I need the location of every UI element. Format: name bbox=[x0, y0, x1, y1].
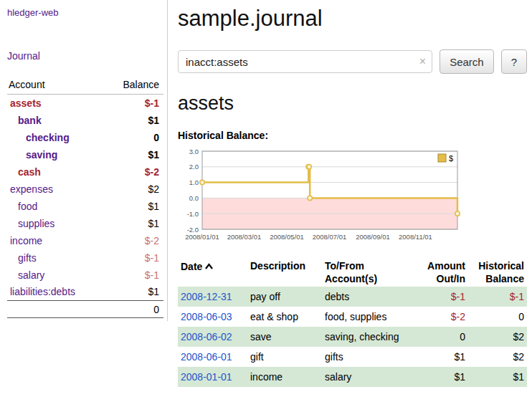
svg-text:0.0: 0.0 bbox=[189, 194, 199, 202]
account-link-bank[interactable]: bank bbox=[18, 115, 42, 126]
transaction-description: income bbox=[247, 367, 322, 387]
account-link-supplies[interactable]: supplies bbox=[18, 218, 54, 229]
transaction-amount: $1 bbox=[418, 367, 468, 387]
transaction-balance: $-1 bbox=[468, 287, 527, 307]
account-row: expenses $2 bbox=[7, 181, 163, 198]
transaction-balance: 0 bbox=[468, 307, 527, 327]
account-link-gifts[interactable]: gifts bbox=[18, 252, 37, 264]
account-link-food[interactable]: food bbox=[18, 201, 37, 212]
account-row: income $-2 bbox=[7, 232, 163, 249]
account-balance: $-2 bbox=[105, 163, 163, 181]
transaction-amount: $-2 bbox=[418, 307, 468, 327]
transaction-date-link[interactable]: 2008-06-03 bbox=[181, 311, 232, 322]
account-link-saving[interactable]: saving bbox=[26, 149, 57, 160]
register-row: 2008-06-02 save saving, checking 0 $2 bbox=[178, 327, 527, 347]
sidebar: hledger-web Journal Account Balance asse… bbox=[0, 0, 168, 321]
account-page-title: assets bbox=[178, 92, 527, 115]
accounts-total-row: 0 bbox=[7, 301, 163, 318]
account-link-expenses[interactable]: expenses bbox=[10, 183, 53, 195]
transaction-account: debts bbox=[322, 287, 418, 307]
register-header-balance: Historical Balance bbox=[468, 258, 527, 287]
sidebar-item-journal[interactable]: Journal bbox=[7, 50, 40, 62]
account-row: cash $-2 bbox=[7, 163, 163, 181]
svg-text:2.0: 2.0 bbox=[189, 163, 199, 171]
account-link-cash[interactable]: cash bbox=[18, 166, 41, 178]
svg-text:-2.0: -2.0 bbox=[187, 226, 199, 234]
account-balance: $2 bbox=[105, 181, 163, 198]
account-link-assets[interactable]: assets bbox=[10, 97, 42, 109]
account-balance: $1 bbox=[105, 284, 163, 301]
transaction-account: salary bbox=[322, 367, 418, 387]
account-row: assets $-1 bbox=[7, 95, 163, 112]
svg-text:1.0: 1.0 bbox=[189, 178, 199, 186]
register-row: 2008-06-01 gift gifts $1 $2 bbox=[178, 347, 527, 367]
accounts-header-balance: Balance bbox=[105, 77, 163, 95]
app-title-link[interactable]: hledger-web bbox=[7, 7, 59, 18]
register-header-date[interactable]: Date bbox=[178, 258, 247, 287]
account-link-liabilities-debts[interactable]: liabilities:debts bbox=[10, 286, 75, 297]
account-balance: $-1 bbox=[105, 267, 163, 284]
help-button[interactable]: ? bbox=[501, 49, 527, 74]
account-link-income[interactable]: income bbox=[10, 235, 42, 246]
sort-asc-icon bbox=[204, 259, 214, 272]
page-title: sample.journal bbox=[178, 6, 527, 32]
account-balance: $-1 bbox=[105, 249, 163, 267]
accounts-total-balance: 0 bbox=[105, 301, 163, 318]
transaction-account: saving, checking bbox=[322, 327, 418, 347]
transaction-date-link[interactable]: 2008-06-02 bbox=[181, 331, 232, 342]
account-row: saving $1 bbox=[7, 146, 163, 163]
account-row: salary $-1 bbox=[7, 267, 163, 284]
transaction-description: pay off bbox=[247, 287, 322, 307]
account-row: supplies $1 bbox=[7, 215, 163, 232]
svg-text:2008/01/01: 2008/01/01 bbox=[185, 233, 219, 241]
transaction-description: gift bbox=[247, 347, 322, 367]
register-row: 2008-01-01 income salary $1 $1 bbox=[178, 367, 527, 387]
register-row: 2008-06-03 eat & shop food, supplies $-2… bbox=[178, 307, 527, 327]
account-balance: $-2 bbox=[105, 232, 163, 249]
account-row: gifts $-1 bbox=[7, 249, 163, 267]
account-link-checking[interactable]: checking bbox=[26, 132, 70, 143]
transaction-description: save bbox=[247, 327, 322, 347]
account-row: food $1 bbox=[7, 198, 163, 215]
account-balance: $1 bbox=[105, 112, 163, 129]
svg-text:-1.0: -1.0 bbox=[187, 210, 199, 218]
account-row: bank $1 bbox=[7, 112, 163, 129]
transaction-date-link[interactable]: 2008-12-31 bbox=[181, 291, 232, 302]
account-row: liabilities:debts $1 bbox=[7, 284, 163, 301]
accounts-header-account: Account bbox=[7, 77, 105, 95]
register-header-amount: Amount Out/In bbox=[418, 258, 468, 287]
search-button[interactable]: Search bbox=[440, 49, 494, 74]
accounts-header-row: Account Balance bbox=[7, 77, 163, 95]
account-link-salary[interactable]: salary bbox=[18, 269, 44, 281]
transaction-amount: $-1 bbox=[418, 287, 468, 307]
svg-text:2008/05/01: 2008/05/01 bbox=[270, 233, 304, 241]
search-form: × Search ? bbox=[178, 49, 527, 74]
transaction-balance: $2 bbox=[468, 327, 527, 347]
register-header-date-label: Date bbox=[181, 261, 202, 272]
accounts-tree: Account Balance assets $-1 bank $1 check… bbox=[7, 77, 163, 318]
account-balance: 0 bbox=[105, 129, 163, 146]
svg-text:2008/11/01: 2008/11/01 bbox=[399, 233, 432, 241]
transaction-balance: $1 bbox=[468, 367, 527, 387]
search-input[interactable] bbox=[178, 50, 432, 73]
svg-text:$: $ bbox=[449, 154, 453, 163]
transaction-date-link[interactable]: 2008-01-01 bbox=[181, 371, 232, 383]
chart-label: Historical Balance: bbox=[178, 130, 527, 141]
register-header-row: Date Description To/From Account(s) Amou… bbox=[178, 258, 527, 287]
transaction-amount: $1 bbox=[418, 347, 468, 367]
register-row: 2008-12-31 pay off debts $-1 $-1 bbox=[178, 287, 527, 307]
transaction-date-link[interactable]: 2008-06-01 bbox=[181, 351, 232, 363]
account-balance: $1 bbox=[105, 215, 163, 232]
clear-search-icon[interactable]: × bbox=[419, 54, 426, 69]
transaction-balance: $2 bbox=[468, 347, 527, 367]
svg-text:2008/07/01: 2008/07/01 bbox=[313, 233, 347, 241]
svg-text:3.0: 3.0 bbox=[189, 148, 199, 155]
register-table: Date Description To/From Account(s) Amou… bbox=[178, 258, 527, 387]
account-balance: $1 bbox=[105, 198, 163, 215]
account-row: checking 0 bbox=[7, 129, 163, 146]
historical-balance-chart: 3.02.01.00.0-1.0-2.02008/01/012008/03/01… bbox=[178, 145, 465, 249]
svg-text:2008/03/01: 2008/03/01 bbox=[227, 233, 262, 241]
transaction-description: eat & shop bbox=[247, 307, 322, 327]
transaction-account: food, supplies bbox=[322, 307, 418, 327]
transaction-account: gifts bbox=[322, 347, 418, 367]
